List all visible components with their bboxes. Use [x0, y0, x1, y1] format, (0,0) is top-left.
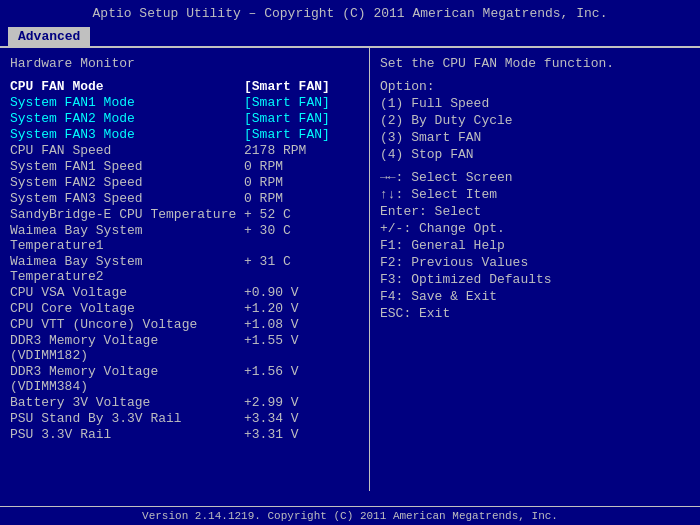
- key-binding: Enter: Select: [380, 204, 690, 219]
- row-value: + 52 C: [240, 207, 359, 222]
- table-row: CPU FAN Mode[Smart FAN]: [10, 79, 359, 94]
- key-binding: F4: Save & Exit: [380, 289, 690, 304]
- key-binding: F1: General Help: [380, 238, 690, 253]
- row-label: Waimea Bay System Temperature2: [10, 254, 240, 284]
- table-row: DDR3 Memory Voltage (VDIMM384)+1.56 V: [10, 364, 359, 394]
- key-bindings: →←: Select Screen↑↓: Select ItemEnter: S…: [380, 170, 690, 321]
- row-value: 0 RPM: [240, 159, 359, 174]
- row-label: PSU 3.3V Rail: [10, 427, 240, 442]
- table-row: Waimea Bay System Temperature2+ 31 C: [10, 254, 359, 284]
- row-label: System FAN1 Mode: [10, 95, 240, 110]
- row-label: CPU Core Voltage: [10, 301, 240, 316]
- table-row: PSU 3.3V Rail+3.31 V: [10, 427, 359, 442]
- row-value: 2178 RPM: [240, 143, 359, 158]
- row-value: 0 RPM: [240, 191, 359, 206]
- row-label: System FAN3 Speed: [10, 191, 240, 206]
- footer-text: Version 2.14.1219. Copyright (C) 2011 Am…: [142, 510, 558, 522]
- row-label: System FAN2 Mode: [10, 111, 240, 126]
- row-label: Battery 3V Voltage: [10, 395, 240, 410]
- row-value: [Smart FAN]: [240, 127, 359, 142]
- row-label: CPU VTT (Uncore) Voltage: [10, 317, 240, 332]
- fan-options: (1) Full Speed(2) By Duty Cycle(3) Smart…: [380, 96, 690, 162]
- row-value: + 31 C: [240, 254, 359, 284]
- key-binding: F2: Previous Values: [380, 255, 690, 270]
- row-label: System FAN3 Mode: [10, 127, 240, 142]
- row-value: + 30 C: [240, 223, 359, 253]
- row-value: 0 RPM: [240, 175, 359, 190]
- key-binding: F3: Optimized Defaults: [380, 272, 690, 287]
- table-row: System FAN1 Mode[Smart FAN]: [10, 95, 359, 110]
- header-title: Aptio Setup Utility – Copyright (C) 2011…: [93, 6, 608, 21]
- row-value: +1.56 V: [240, 364, 359, 394]
- table-row: SandyBridge-E CPU Temperature+ 52 C: [10, 207, 359, 222]
- key-binding: ESC: Exit: [380, 306, 690, 321]
- fan-option: (1) Full Speed: [380, 96, 690, 111]
- key-binding: →←: Select Screen: [380, 170, 690, 185]
- table-row: Battery 3V Voltage+2.99 V: [10, 395, 359, 410]
- table-row: DDR3 Memory Voltage (VDIMM182)+1.55 V: [10, 333, 359, 363]
- row-value: +1.55 V: [240, 333, 359, 363]
- row-label: CPU FAN Speed: [10, 143, 240, 158]
- table-row: System FAN3 Speed0 RPM: [10, 191, 359, 206]
- fan-option: (4) Stop FAN: [380, 147, 690, 162]
- fan-option: (2) By Duty Cycle: [380, 113, 690, 128]
- row-label: CPU FAN Mode: [10, 79, 240, 94]
- row-label: Waimea Bay System Temperature1: [10, 223, 240, 253]
- row-label: DDR3 Memory Voltage (VDIMM182): [10, 333, 240, 363]
- advanced-tab[interactable]: Advanced: [8, 27, 90, 46]
- row-value: +3.31 V: [240, 427, 359, 442]
- hardware-monitor-rows: CPU FAN Mode[Smart FAN]System FAN1 Mode[…: [10, 79, 359, 442]
- table-row: CPU Core Voltage+1.20 V: [10, 301, 359, 316]
- table-row: CPU FAN Speed2178 RPM: [10, 143, 359, 158]
- row-value: [Smart FAN]: [240, 111, 359, 126]
- row-value: [Smart FAN]: [240, 79, 359, 94]
- right-description: Set the CPU FAN Mode function.: [380, 56, 690, 71]
- table-row: Waimea Bay System Temperature1+ 30 C: [10, 223, 359, 253]
- table-row: System FAN2 Mode[Smart FAN]: [10, 111, 359, 126]
- row-label: PSU Stand By 3.3V Rail: [10, 411, 240, 426]
- row-label: System FAN1 Speed: [10, 159, 240, 174]
- row-label: DDR3 Memory Voltage (VDIMM384): [10, 364, 240, 394]
- row-value: +3.34 V: [240, 411, 359, 426]
- option-label: Option:: [380, 79, 690, 94]
- row-value: +1.20 V: [240, 301, 359, 316]
- row-label: CPU VSA Voltage: [10, 285, 240, 300]
- table-row: PSU Stand By 3.3V Rail+3.34 V: [10, 411, 359, 426]
- table-row: CPU VTT (Uncore) Voltage+1.08 V: [10, 317, 359, 332]
- fan-option: (3) Smart FAN: [380, 130, 690, 145]
- key-binding: +/-: Change Opt.: [380, 221, 690, 236]
- table-row: System FAN1 Speed0 RPM: [10, 159, 359, 174]
- row-value: +1.08 V: [240, 317, 359, 332]
- row-label: System FAN2 Speed: [10, 175, 240, 190]
- table-row: System FAN2 Speed0 RPM: [10, 175, 359, 190]
- table-row: System FAN3 Mode[Smart FAN]: [10, 127, 359, 142]
- key-binding: ↑↓: Select Item: [380, 187, 690, 202]
- row-label: SandyBridge-E CPU Temperature: [10, 207, 240, 222]
- section-title: Hardware Monitor: [10, 56, 359, 71]
- row-value: +0.90 V: [240, 285, 359, 300]
- table-row: CPU VSA Voltage+0.90 V: [10, 285, 359, 300]
- row-value: [Smart FAN]: [240, 95, 359, 110]
- row-value: +2.99 V: [240, 395, 359, 410]
